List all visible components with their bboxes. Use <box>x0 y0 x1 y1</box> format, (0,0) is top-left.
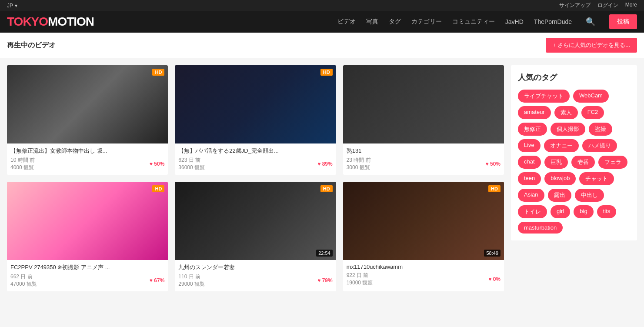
section-header: 再生中のビデオ + さらに人気のビデオを見る... <box>0 33 644 58</box>
tag-pill[interactable]: blowjob <box>544 172 576 185</box>
video-card[interactable]: HD【無】パパ活をする22歳JD_完全顔出...623 日 前36000 観覧♥… <box>175 65 336 175</box>
video-card[interactable]: HDFC2PPV 2749350 ※初撮影 アニメ声 ...662 日 前470… <box>7 182 168 291</box>
tag-pill[interactable]: girl <box>551 205 570 218</box>
video-time: 623 日 前 <box>178 157 205 164</box>
video-rating: ♥ 89% <box>317 161 332 167</box>
tag-pill[interactable]: フェラ <box>598 156 627 169</box>
video-meta: 662 日 前47000 観覧♥ 67% <box>10 273 164 288</box>
nav-community[interactable]: コミュニティー <box>452 18 495 26</box>
tag-pill[interactable]: 壱番 <box>571 156 595 169</box>
hd-badge: HD <box>152 185 164 192</box>
video-views: 29000 観覧 <box>178 280 205 288</box>
tag-pill[interactable]: Live <box>518 139 541 152</box>
tag-pill[interactable]: 素人 <box>554 106 578 119</box>
lang-dropdown-icon[interactable]: ▾ <box>15 3 17 9</box>
tag-pill[interactable]: チャット <box>579 172 614 185</box>
tag-pill[interactable]: 無修正 <box>518 123 547 136</box>
video-thumbnail: HD22:54 <box>175 182 336 260</box>
video-time: 23 時間 前 <box>347 157 371 164</box>
video-grid: HD【無修正流出】女教師本物中出し 坂...10 時間 前4000 観覧♥ 50… <box>7 65 504 291</box>
logo[interactable]: TOKYOMOTION <box>7 15 94 29</box>
hd-badge: HD <box>152 69 164 76</box>
tag-pill[interactable]: ハメ撮り <box>582 139 617 152</box>
video-info: 熟13123 時間 前3000 観覧♥ 50% <box>343 143 504 175</box>
video-meta: 23 時間 前3000 観覧♥ 50% <box>347 157 501 171</box>
nav-categories[interactable]: カテゴリー <box>411 18 442 26</box>
video-title: 九州のスレンダー若妻 <box>178 264 332 271</box>
tag-pill[interactable]: teen <box>518 172 541 185</box>
more-videos-button[interactable]: + さらに人気のビデオを見る... <box>546 38 637 53</box>
tag-pill[interactable]: 個人撮影 <box>551 123 585 136</box>
tag-pill[interactable]: tits <box>597 205 617 218</box>
tag-pill[interactable]: Asian <box>518 189 544 202</box>
duration-badge: 58:49 <box>484 250 501 257</box>
tag-pill[interactable]: big <box>574 205 593 218</box>
tag-pill[interactable]: トイレ <box>518 205 547 218</box>
tag-pill[interactable]: WebCam <box>573 90 609 103</box>
video-card[interactable]: HD22:54九州のスレンダー若妻110 日 前29000 観覧♥ 79% <box>175 182 336 291</box>
video-time-views: 110 日 前29000 観覧 <box>178 273 205 288</box>
tag-pill[interactable]: chat <box>518 156 541 169</box>
tags-grid: ライブチャットWebCamamateur素人FC2無修正個人撮影盗撮Liveオナ… <box>518 90 630 234</box>
video-thumbnail: HD58:49 <box>343 182 504 260</box>
heart-icon: ♥ <box>150 277 153 284</box>
tag-pill[interactable]: オナニー <box>544 139 579 152</box>
video-time-views: 10 時間 前4000 観覧 <box>10 157 35 171</box>
logo-o: O <box>39 15 48 28</box>
search-button[interactable]: 🔍 <box>582 15 599 28</box>
video-time: 922 日 前 <box>347 272 373 279</box>
duration-badge: 22:54 <box>316 250 333 257</box>
video-title: 熟131 <box>347 147 501 155</box>
hd-badge: HD <box>320 185 333 192</box>
tag-pill[interactable]: 露出 <box>548 189 571 202</box>
heart-icon: ♥ <box>317 277 320 284</box>
nav-porndude[interactable]: ThePornDude <box>534 18 572 25</box>
nav-video[interactable]: ビデオ <box>337 18 356 26</box>
heart-icon: ♥ <box>488 276 491 282</box>
post-button[interactable]: 投稿 <box>609 14 637 29</box>
lang-label[interactable]: JP <box>7 3 13 9</box>
video-title: mx11710uchikawamm <box>347 264 501 270</box>
video-time-views: 623 日 前36000 観覧 <box>178 157 205 171</box>
video-title: 【無修正流出】女教師本物中出し 坂... <box>10 147 164 155</box>
nav-photo[interactable]: 写真 <box>366 18 378 26</box>
signup-link[interactable]: サインアップ <box>559 2 591 9</box>
video-info: FC2PPV 2749350 ※初撮影 アニメ声 ...662 日 前47000… <box>7 260 168 291</box>
video-card[interactable]: HD58:49mx11710uchikawamm922 日 前19000 観覧♥… <box>343 182 504 291</box>
nav-javhd[interactable]: JavHD <box>505 18 524 25</box>
logo-motion: MOTION <box>48 15 94 28</box>
tag-pill[interactable]: 巨乳 <box>544 156 568 169</box>
video-title: 【無】パパ活をする22歳JD_完全顔出... <box>178 147 332 155</box>
tag-pill[interactable]: amateur <box>518 106 551 119</box>
tag-pill[interactable]: FC2 <box>581 106 604 119</box>
video-rating: ♥ 67% <box>150 277 164 284</box>
more-link[interactable]: More <box>625 2 637 9</box>
logo-tokyo: TOKY <box>7 15 39 28</box>
heart-icon: ♥ <box>317 161 320 167</box>
video-card[interactable]: 熟13123 時間 前3000 観覧♥ 50% <box>343 65 504 175</box>
hd-badge: HD <box>320 69 333 76</box>
tag-pill[interactable]: masturbation <box>518 222 563 234</box>
sidebar: 人気のタグ ライブチャットWebCamamateur素人FC2無修正個人撮影盗撮… <box>511 65 637 291</box>
video-meta: 10 時間 前4000 観覧♥ 50% <box>10 157 164 171</box>
video-time-views: 23 時間 前3000 観覧 <box>347 157 371 171</box>
tag-pill[interactable]: 盗撮 <box>589 123 612 136</box>
video-meta: 623 日 前36000 観覧♥ 89% <box>178 157 332 171</box>
video-card[interactable]: HD【無修正流出】女教師本物中出し 坂...10 時間 前4000 観覧♥ 50… <box>7 65 168 175</box>
nav-tags[interactable]: タグ <box>389 18 401 26</box>
heart-icon: ♥ <box>486 161 489 167</box>
video-time: 662 日 前 <box>10 273 37 280</box>
video-time-views: 662 日 前47000 観覧 <box>10 273 37 288</box>
heart-icon: ♥ <box>150 161 153 167</box>
video-info: 【無】パパ活をする22歳JD_完全顔出...623 日 前36000 観覧♥ 8… <box>175 143 336 175</box>
topbar-left: JP ▾ <box>7 3 17 9</box>
video-meta: 922 日 前19000 観覧♥ 0% <box>347 272 501 287</box>
tag-pill[interactable]: ライブチャット <box>518 90 570 103</box>
video-rating: ♥ 50% <box>486 161 501 167</box>
login-link[interactable]: ログイン <box>597 2 618 9</box>
video-time: 10 時間 前 <box>10 157 35 164</box>
video-rating: ♥ 50% <box>150 161 164 167</box>
tag-pill[interactable]: 中出し <box>575 189 604 202</box>
video-time: 110 日 前 <box>178 273 205 280</box>
tags-section: 人気のタグ ライブチャットWebCamamateur素人FC2無修正個人撮影盗撮… <box>511 65 637 240</box>
